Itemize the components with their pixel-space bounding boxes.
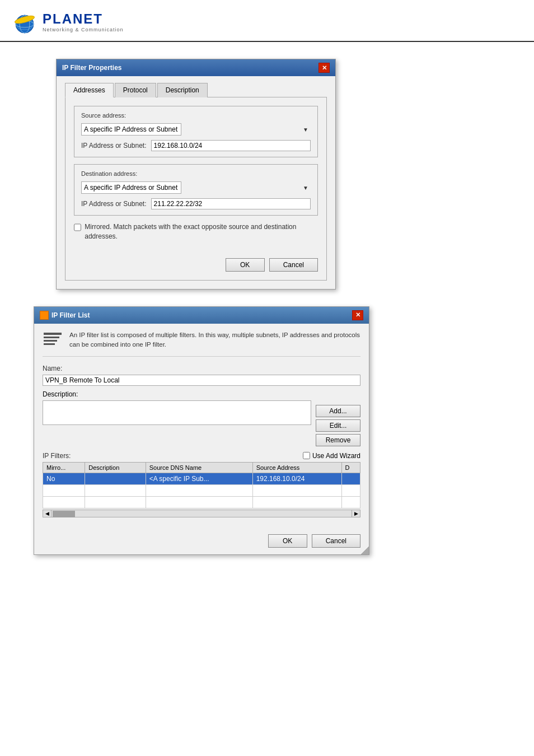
source-ip-label: IP Address or Subnet:: [81, 142, 147, 150]
use-add-wizard-label: Use Add Wizard: [312, 452, 360, 460]
source-dropdown-arrow-icon: ▼: [303, 127, 308, 133]
table-empty-row1: [43, 484, 360, 496]
dialog1-tabs: Addresses Protocol Description: [65, 83, 327, 97]
planet-logo-icon: [11, 8, 38, 35]
header: PLANET Networking & Communication: [0, 0, 534, 42]
tab-addresses[interactable]: Addresses: [65, 83, 114, 97]
scroll-thumb[interactable]: [53, 511, 75, 517]
destination-dropdown-wrapper: A specific IP Address or Subnet ▼: [81, 181, 311, 194]
use-wizard-row: Use Add Wizard: [303, 452, 360, 460]
tab-description[interactable]: Description: [157, 83, 208, 97]
main-right: Add... Edit... Remove: [316, 390, 360, 446]
col-source-dns: Source DNS Name: [146, 462, 252, 473]
col-dest: D: [341, 462, 360, 473]
dialog2-buttons: OK Cancel: [43, 529, 360, 548]
info-box: An IP filter list is composed of multipl…: [43, 330, 360, 357]
edit-button[interactable]: Edit...: [316, 419, 360, 432]
destination-dropdown-arrow-icon: ▼: [303, 185, 308, 191]
dialog2-title-area: IP Filter List: [40, 311, 90, 320]
dialog1-close-button[interactable]: ✕: [318, 63, 330, 73]
scroll-track[interactable]: [51, 510, 352, 517]
svg-rect-7: [44, 340, 57, 342]
dialog1-cancel-button[interactable]: Cancel: [269, 258, 318, 272]
filters-header-row: IP Filters: Use Add Wizard: [43, 452, 360, 460]
dialog1-tab-content: Source address: A specific IP Address or…: [65, 97, 327, 281]
dialog1-buttons: OK Cancel: [74, 253, 318, 272]
table-header-row: Mirro... Description Source DNS Name Sou…: [43, 462, 360, 473]
dialog2-body: An IP filter list is composed of multipl…: [34, 324, 369, 554]
description-textarea[interactable]: [43, 400, 311, 425]
name-label: Name:: [43, 365, 87, 372]
destination-section-label: Destination address:: [81, 170, 311, 177]
remove-button[interactable]: Remove: [316, 434, 360, 446]
mirrored-row: Mirrored. Match packets with the exact o…: [74, 222, 318, 241]
dialog2-cancel-button[interactable]: Cancel: [312, 534, 360, 548]
dialog1-titlebar: IP Filter Properties ✕: [57, 59, 335, 76]
mirrored-checkbox[interactable]: [74, 223, 81, 231]
tab-protocol[interactable]: Protocol: [115, 83, 156, 97]
destination-ip-row: IP Address or Subnet:: [81, 198, 311, 209]
destination-ip-label: IP Address or Subnet:: [81, 200, 147, 208]
source-address-dropdown[interactable]: A specific IP Address or Subnet: [81, 123, 181, 136]
add-button[interactable]: Add...: [316, 405, 360, 417]
filter-table: Mirro... Description Source DNS Name Sou…: [43, 462, 360, 508]
cell-source-address: 192.168.10.0/24: [252, 473, 341, 484]
dialog2-close-button[interactable]: ✕: [352, 310, 363, 320]
mirrored-text: Mirrored. Match packets with the exact o…: [85, 222, 318, 241]
spacer: [316, 390, 360, 403]
col-mirror: Mirro...: [43, 462, 85, 473]
destination-address-dropdown[interactable]: A specific IP Address or Subnet: [81, 181, 181, 194]
cell-mirror: No: [43, 473, 85, 484]
cell-source-dns: <A specific IP Sub...: [146, 473, 252, 484]
destination-dropdown-row: A specific IP Address or Subnet ▼: [81, 181, 311, 194]
col-source-address: Source Address: [252, 462, 341, 473]
ip-filter-list-dialog: IP Filter List ✕ An IP filter list is co…: [34, 306, 369, 555]
svg-rect-5: [44, 333, 62, 335]
col-description: Description: [85, 462, 146, 473]
source-section-label: Source address:: [81, 112, 311, 119]
cell-description: [85, 473, 146, 484]
cell-dest: [341, 473, 360, 484]
table-row[interactable]: No <A specific IP Sub... 192.168.10.0/24: [43, 473, 360, 484]
source-ip-input[interactable]: [151, 140, 311, 151]
dialog1-body: Addresses Protocol Description Source ad…: [57, 76, 335, 289]
dialog1-ok-button[interactable]: OK: [226, 258, 265, 272]
logo-text: PLANET Networking & Communication: [43, 11, 124, 32]
source-ip-row: IP Address or Subnet:: [81, 140, 311, 151]
horizontal-scrollbar[interactable]: ◀ ▶: [43, 510, 360, 517]
logo-area: PLANET Networking & Communication: [11, 8, 124, 35]
logo-planet-text: PLANET: [43, 11, 124, 27]
source-address-section: Source address: A specific IP Address or…: [74, 106, 318, 157]
scroll-right-button[interactable]: ▶: [352, 510, 360, 517]
page-content: IP Filter Properties ✕ Addresses Protoco…: [0, 42, 534, 572]
ip-filters-label: IP Filters:: [43, 452, 71, 460]
resize-corner[interactable]: [361, 547, 369, 554]
main-left: Description:: [43, 390, 311, 427]
source-dropdown-row: A specific IP Address or Subnet ▼: [81, 123, 311, 136]
svg-rect-8: [44, 343, 55, 345]
source-dropdown-wrapper: A specific IP Address or Subnet ▼: [81, 123, 311, 136]
name-input[interactable]: [43, 375, 360, 386]
main-content-row: Description: Add... Edit... Remove: [43, 390, 360, 446]
destination-ip-input[interactable]: [151, 198, 311, 209]
dialog1-title: IP Filter Properties: [62, 64, 121, 72]
destination-address-section: Destination address: A specific IP Addre…: [74, 164, 318, 216]
filters-section: IP Filters: Use Add Wizard Mirro... Desc…: [43, 452, 360, 517]
use-add-wizard-checkbox[interactable]: [303, 452, 310, 459]
info-text: An IP filter list is composed of multipl…: [69, 330, 360, 350]
dialog2-titlebar: IP Filter List ✕: [34, 307, 369, 324]
ip-filter-properties-dialog: IP Filter Properties ✕ Addresses Protoco…: [56, 59, 336, 290]
dialog2-title-icon: [40, 311, 49, 320]
dialog2-title: IP Filter List: [51, 311, 90, 319]
filter-list-svg-icon: [43, 330, 63, 351]
name-row: Name:: [43, 365, 360, 372]
name-value-row: [43, 375, 360, 386]
svg-rect-6: [44, 337, 59, 338]
dialog2-ok-button[interactable]: OK: [268, 534, 307, 548]
scroll-left-button[interactable]: ◀: [43, 510, 51, 517]
table-empty-row2: [43, 496, 360, 508]
info-list-icon: [43, 330, 63, 351]
description-label: Description:: [43, 390, 311, 398]
logo-subtitle-text: Networking & Communication: [43, 27, 124, 32]
